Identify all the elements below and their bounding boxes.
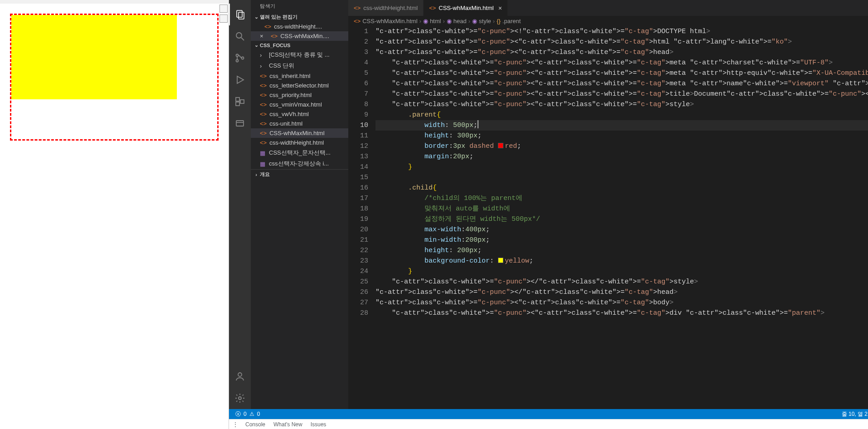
close-icon[interactable]: ×: [498, 5, 502, 12]
open-editors-label: 열려 있는 편집기: [260, 14, 297, 20]
editor-tab[interactable]: <>CSS-whMaxMin.html×: [424, 0, 508, 16]
html-file-icon: <>: [260, 82, 267, 89]
breadcrumb-item[interactable]: CSS-whMaxMin.html: [362, 18, 417, 24]
activity-bar: [229, 0, 251, 409]
image-file-icon: ▦: [260, 161, 266, 167]
vscode-body: 탐색기 ⌄열려 있는 편집기 <> css-widthHeight.... × …: [229, 0, 868, 409]
activity-explorer-icon[interactable]: [229, 4, 251, 25]
html-file-icon: <>: [260, 120, 267, 127]
devtools-tab-console[interactable]: Console: [245, 421, 265, 428]
breadcrumb-item[interactable]: head: [454, 18, 467, 24]
status-problems[interactable]: ⓧ0 ⚠0: [233, 410, 263, 418]
code-editor[interactable]: 1234567891011121314151617181920212223242…: [348, 26, 868, 409]
open-editors-header[interactable]: ⌄열려 있는 편집기: [251, 12, 348, 22]
vscode-window: 탐색기 ⌄열려 있는 편집기 <> css-widthHeight.... × …: [229, 0, 868, 429]
outline-header[interactable]: ›개요: [251, 169, 348, 179]
breadcrumb[interactable]: <>CSS-whMaxMin.html › ◉html › ◉head › ◉s…: [348, 16, 868, 26]
browser-chrome-stub: [0, 0, 229, 4]
chevron-right-icon: ›: [260, 52, 266, 58]
file-label: css-unit.html: [269, 120, 302, 127]
file-tree-item[interactable]: <>css_priority.html: [251, 90, 348, 100]
open-editor-item[interactable]: × <> CSS-whMaxMin....: [251, 31, 348, 41]
svg-rect-9: [236, 102, 239, 106]
close-icon[interactable]: ×: [260, 33, 266, 39]
file-tree-item[interactable]: <>css-widthHeight.html: [251, 138, 348, 147]
file-tree-item[interactable]: <>css_vminVmax.html: [251, 100, 348, 109]
activity-extensions-icon[interactable]: [229, 91, 251, 112]
html-file-icon: <>: [271, 33, 278, 39]
file-tree-item[interactable]: <>CSS-whMaxMin.html: [251, 128, 348, 138]
open-editor-label: css-widthHeight....: [274, 23, 322, 30]
devtools-bar: ⋮ Console What's New Issues ×: [229, 419, 868, 429]
file-label: CSS선택자_문자선택...: [269, 149, 331, 157]
line-number-gutter: 1234567891011121314151617181920212223242…: [348, 26, 375, 409]
status-error-count: 0: [244, 411, 247, 417]
html-file-icon: <>: [354, 5, 361, 11]
editor-tab[interactable]: <>css-widthHeight.html: [348, 0, 424, 16]
file-tree-item[interactable]: <>css_vwVh.html: [251, 109, 348, 119]
file-tree-item[interactable]: <>css_letterSelector.html: [251, 81, 348, 90]
svg-point-4: [236, 54, 239, 57]
breadcrumb-item[interactable]: style: [479, 18, 491, 24]
element-icon: ◉: [423, 18, 428, 24]
element-icon: ◉: [447, 18, 452, 24]
tab-label: css-widthHeight.html: [363, 5, 418, 11]
element-icon: ◉: [472, 18, 477, 24]
file-label: css_vwVh.html: [269, 111, 309, 117]
svg-point-14: [239, 397, 241, 400]
file-tree-item[interactable]: ›CSS 단위: [251, 60, 348, 71]
chevron-right-icon: ›: [260, 63, 266, 69]
file-label: CSS-whMaxMin.html: [269, 130, 324, 136]
devtools-tab-issues[interactable]: Issues: [311, 421, 327, 428]
selector-icon: {}: [497, 18, 501, 24]
activity-debug-icon[interactable]: [229, 69, 251, 91]
svg-point-5: [236, 60, 239, 62]
status-position-label: 줄 10, 열 21: [842, 410, 868, 418]
preview-toolbar: [219, 4, 229, 24]
activity-scm-icon[interactable]: [229, 47, 251, 69]
explorer-title: 탐색기: [251, 0, 348, 12]
file-label: css-widthHeight.html: [269, 139, 324, 146]
breadcrumb-item[interactable]: .parent: [502, 18, 521, 24]
preview-parent-box: [10, 14, 219, 141]
html-file-icon: <>: [429, 5, 436, 11]
devtools-menu-icon[interactable]: ⋮: [233, 421, 237, 428]
svg-point-13: [238, 373, 242, 376]
svg-rect-0: [237, 10, 242, 17]
svg-point-2: [236, 33, 242, 38]
chevron-down-icon: ⌄: [254, 14, 259, 20]
activity-settings-icon[interactable]: [229, 387, 251, 409]
file-label: css_letterSelector.html: [269, 82, 329, 89]
editor-tabs: <>css-widthHeight.html<>CSS-whMaxMin.htm…: [348, 0, 868, 16]
file-tree-item[interactable]: <>css-unit.html: [251, 119, 348, 128]
html-file-icon: <>: [260, 139, 267, 146]
devtools-tab-whatsnew[interactable]: What's New: [273, 421, 302, 428]
breadcrumb-item[interactable]: html: [430, 18, 441, 24]
activity-account-icon[interactable]: [229, 366, 251, 387]
activity-extra-icon[interactable]: [229, 112, 251, 134]
svg-point-6: [242, 57, 244, 59]
status-cursor-position[interactable]: 줄 10, 열 21: [839, 410, 868, 418]
preview-tool-icon[interactable]: [219, 5, 228, 13]
file-label: CSS 단위: [269, 62, 294, 70]
file-tree-item[interactable]: ▦CSS선택자_문자선택...: [251, 147, 348, 158]
html-file-icon: <>: [260, 111, 267, 117]
svg-marker-7: [237, 76, 244, 83]
code-content[interactable]: "c-attr">class"c-white">="c-punc"><!"c-a…: [375, 26, 868, 409]
svg-line-3: [241, 38, 244, 40]
file-tree-item[interactable]: ▦css선택자-강제상속 i...: [251, 158, 348, 169]
html-file-icon: <>: [264, 23, 271, 30]
preview-viewport: [0, 14, 229, 141]
image-file-icon: ▦: [260, 150, 266, 156]
open-editor-item[interactable]: <> css-widthHeight....: [251, 22, 348, 31]
preview-tool-icon[interactable]: [219, 15, 228, 23]
file-label: css_inherit.html: [269, 73, 310, 79]
html-file-icon: <>: [260, 92, 267, 98]
html-file-icon: <>: [260, 73, 267, 79]
folder-header[interactable]: ⌄CSS_FOCUS: [251, 41, 348, 49]
file-tree-item[interactable]: ›[CSS]선택자 종류 및 ...: [251, 49, 348, 60]
open-editor-label: CSS-whMaxMin....: [280, 33, 329, 39]
activity-search-icon[interactable]: [229, 25, 251, 47]
file-tree-item[interactable]: <>css_inherit.html: [251, 71, 348, 81]
svg-rect-8: [236, 98, 239, 101]
